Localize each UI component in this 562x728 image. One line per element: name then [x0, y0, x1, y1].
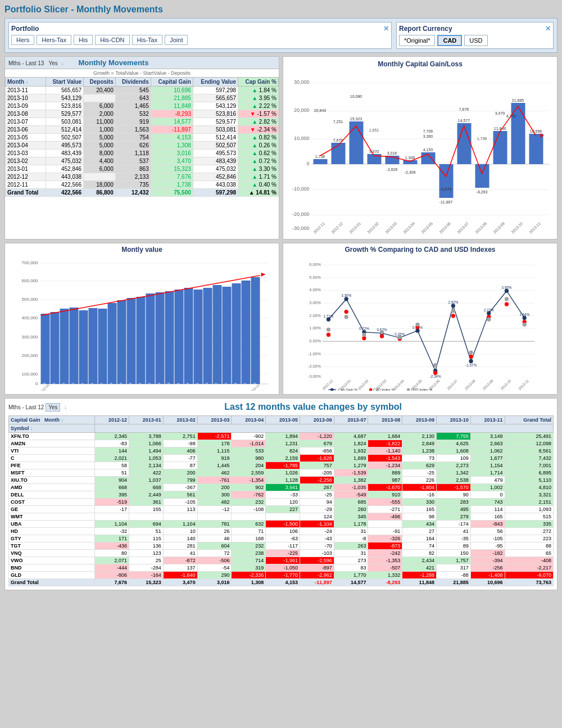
cell-value: -35 — [437, 535, 471, 542]
cell-value: -1,785 — [266, 462, 300, 469]
cell-dividends: 537 — [115, 157, 151, 165]
cell-value: 2,663 — [470, 440, 505, 447]
filter-icon[interactable]: ↓ — [64, 404, 67, 410]
portfolio-btn-his[interactable]: His — [74, 35, 93, 45]
currency-icon[interactable]: ✕ — [545, 25, 551, 33]
cell-value: 88 — [505, 542, 553, 550]
cell-value: 168 — [232, 535, 266, 542]
cell-symbol: VTI — [9, 447, 95, 455]
svg-text:0: 0 — [35, 381, 38, 386]
cell-value: 14,577 — [334, 579, 368, 586]
cell-value: -1,640 — [163, 572, 197, 579]
cell-value: 482 — [197, 499, 232, 506]
cell-deposits — [84, 173, 116, 181]
cell-value: 1,053 — [129, 455, 164, 462]
cell-value: 2,134 — [129, 462, 164, 469]
svg-point-198 — [433, 363, 437, 367]
cell-value: -256 — [470, 564, 505, 572]
svg-text:2013-04: 2013-04 — [402, 221, 415, 234]
portfolio-btn-histax[interactable]: His-Tax — [132, 35, 163, 45]
cell-value: 226 — [402, 477, 437, 484]
svg-text:409,084: 409,084 — [110, 382, 113, 391]
table-row: VNQ801234172238-225-10331-24282150-18265 — [9, 550, 554, 557]
cell-ending: 565,657 — [193, 94, 238, 102]
cell-value: 41 — [437, 528, 471, 535]
growth-title: Growth % Comparing to CAD and USD Indexe… — [285, 246, 555, 254]
cell-value: 685 — [334, 499, 368, 506]
cell-value: 824 — [266, 447, 300, 455]
currency-btn-cad[interactable]: CAD — [437, 35, 462, 46]
grand-total-row: Grand Total 422,566 86,800 12,432 75,500… — [6, 189, 279, 197]
cell-pct: ▲ 2.22 % — [238, 102, 279, 110]
svg-text:1,738: 1,738 — [315, 155, 325, 159]
cell-value: 12,098 — [505, 440, 553, 447]
svg-text:1.00%: 1.00% — [309, 325, 321, 331]
cell-value: -549 — [334, 491, 368, 499]
svg-text:503,081: 503,081 — [176, 382, 180, 391]
cell-value: 7,001 — [505, 462, 553, 469]
svg-point-187 — [451, 314, 455, 318]
cell-deposits: 8,000 — [84, 150, 116, 157]
table-row: UBA1,1046941,104781632-1,500-1,1041,1784… — [9, 521, 554, 528]
portfolio-icon[interactable]: ✕ — [383, 25, 389, 33]
cell-value: 2,071 — [95, 557, 129, 564]
cell-ending: 443,038 — [193, 181, 238, 189]
cell-value: 3,321 — [505, 491, 553, 499]
svg-point-201 — [487, 318, 491, 322]
table-row: 2013-08 529,577 2,000 532 -8,293 523,816… — [6, 110, 279, 118]
cell-symbol: AMZN — [9, 440, 95, 447]
cell-month: 2013-06 — [6, 126, 46, 134]
cell-value: -367 — [163, 484, 197, 491]
portfolio-btn-hers[interactable]: Hers — [11, 35, 34, 45]
cell-capgain: 3,470 — [151, 157, 193, 165]
cell-value: 120 — [266, 499, 300, 506]
col-deposits: Deposits — [84, 78, 116, 87]
cell-value: 694 — [129, 521, 164, 528]
svg-text:300,000: 300,000 — [22, 334, 38, 340]
cell-value: 2,434 — [402, 557, 437, 564]
svg-rect-98 — [194, 290, 203, 384]
cell-start: 502,507 — [46, 134, 83, 142]
cell-value: -1,354 — [232, 477, 266, 484]
svg-text:2013-02: 2013-02 — [366, 221, 379, 234]
cell-value: 1,608 — [437, 447, 471, 455]
svg-text:7,676: 7,676 — [459, 107, 469, 111]
cell-value: -656 — [300, 447, 334, 455]
cell-value: 263 — [334, 542, 368, 550]
svg-text:USD Index %: USD Index % — [411, 388, 432, 391]
cell-value: 395 — [95, 491, 129, 499]
cell-pct: ▲ 2.82 % — [238, 118, 279, 126]
portfolio-btn-herstax[interactable]: Hers-Tax — [37, 35, 71, 45]
cell-month: 2013-10 — [6, 94, 46, 102]
svg-point-165 — [487, 311, 491, 315]
svg-text:30,000: 30,000 — [294, 79, 310, 85]
cell-symbol: GE — [9, 506, 95, 513]
cell-value: 200 — [197, 484, 232, 491]
cell-value: -25 — [402, 469, 437, 477]
cell-month: 2013-03 — [6, 150, 46, 157]
portfolio-btn-joint[interactable]: Joint — [165, 35, 188, 45]
cell-value: -182 — [470, 550, 505, 557]
currency-btn-original[interactable]: *Original* — [399, 35, 435, 46]
svg-point-183 — [380, 334, 384, 338]
svg-point-200 — [469, 350, 473, 354]
cell-value: -1,539 — [334, 469, 368, 477]
svg-point-202 — [505, 297, 509, 301]
cell-month: 2013-11 — [6, 87, 46, 94]
col-2012-12: 2012-12 — [95, 416, 129, 424]
col-start: Start Value — [46, 78, 83, 87]
cell-symbol: UBA — [9, 521, 95, 528]
cell-value: 73,763 — [505, 579, 553, 586]
cell-value: -164 — [129, 572, 164, 579]
table-row: XFN.TO2,3453,7882,751-2,571-9021,894-1,2… — [9, 433, 554, 440]
portfolio-btn-hiscdn[interactable]: His-CDN — [95, 35, 129, 45]
cell-value: 2,345 — [95, 433, 129, 440]
cell-value: 178 — [197, 440, 232, 447]
currency-btn-usd[interactable]: USD — [464, 35, 487, 46]
cell-capgain: 10,696 — [151, 87, 193, 94]
cell-start: 475,032 — [46, 157, 83, 165]
svg-text:-2.34%: -2.34% — [430, 374, 441, 378]
svg-rect-15 — [332, 143, 346, 164]
cell-capgain: 3,016 — [151, 150, 193, 157]
svg-rect-94 — [156, 292, 165, 384]
